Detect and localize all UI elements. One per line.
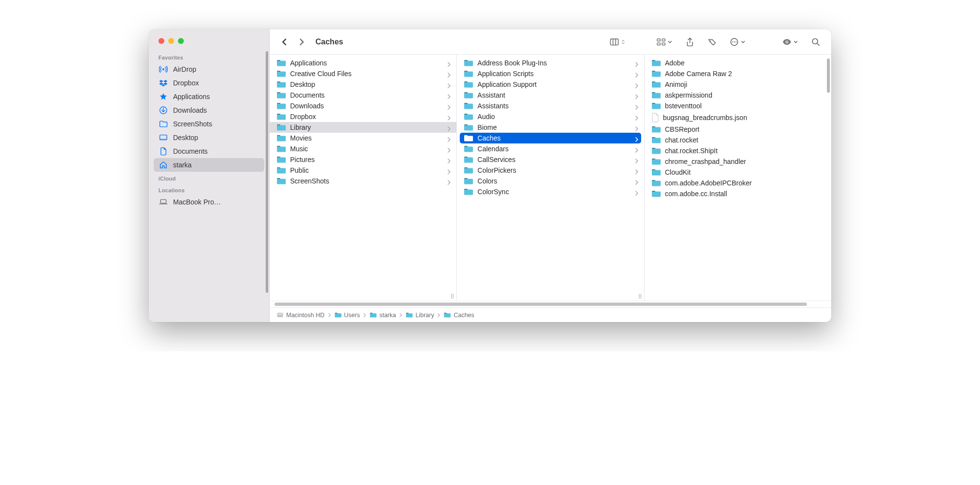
list-item[interactable]: bsteventtool [645, 101, 831, 111]
sidebar-item-macbook-pro-[interactable]: MacBook Pro… [154, 195, 264, 209]
list-item[interactable]: Assistant [457, 90, 644, 101]
sidebar-item-dropbox[interactable]: Dropbox [154, 76, 264, 90]
item-name: com.adobe.cc.Install [665, 190, 826, 198]
forward-button[interactable] [295, 35, 309, 49]
column-resize-handle[interactable] [449, 293, 456, 300]
share-button[interactable] [682, 35, 698, 49]
privacy-button[interactable] [780, 35, 801, 49]
list-item[interactable]: Audio [457, 111, 644, 122]
chevron-right-icon [447, 136, 451, 141]
path-segment[interactable]: Users [334, 312, 360, 319]
path-segment[interactable]: Macintosh HD [276, 312, 325, 319]
column-1[interactable]: Address Book Plug-InsApplication Scripts… [457, 55, 644, 301]
sidebar-item-label: Desktop [173, 134, 198, 141]
svg-rect-3 [160, 139, 167, 140]
list-item[interactable]: Application Support [457, 79, 644, 90]
list-item[interactable]: CallServices [457, 154, 644, 165]
list-item[interactable]: askpermissiond [645, 90, 831, 101]
column-2[interactable]: AdobeAdobe Camera Raw 2Animojiaskpermiss… [645, 55, 831, 301]
list-item[interactable]: Adobe [645, 58, 831, 68]
list-item[interactable]: Creative Cloud Files [270, 68, 456, 79]
chevron-right-icon [447, 125, 451, 130]
sidebar-item-label: Dropbox [173, 79, 199, 87]
chevron-right-icon [447, 157, 451, 162]
list-item[interactable]: Documents [270, 90, 456, 101]
list-item[interactable]: Caches [460, 133, 641, 143]
list-item[interactable]: Address Book Plug-Ins [457, 58, 644, 68]
sidebar-item-label: starka [173, 161, 192, 169]
path-segment[interactable]: Caches [444, 312, 474, 319]
group-by-button[interactable] [654, 35, 675, 49]
list-item[interactable]: ScreenShots [270, 176, 456, 186]
svg-rect-4 [160, 200, 166, 203]
chevron-right-icon [634, 189, 639, 194]
sidebar-item-airdrop[interactable]: AirDrop [154, 62, 264, 76]
sidebar-item-desktop[interactable]: Desktop [154, 131, 264, 144]
search-button[interactable] [808, 35, 823, 49]
sidebar-item-label: Applications [173, 93, 210, 101]
item-name: Address Book Plug-Ins [477, 59, 630, 67]
item-name: CallServices [477, 156, 630, 163]
horizontal-scrollbar-thumb[interactable] [274, 303, 807, 306]
svg-point-15 [734, 41, 735, 42]
list-item[interactable]: Applications [270, 58, 456, 68]
item-name: chat.rocket.ShipIt [665, 147, 826, 155]
path-separator-icon [328, 312, 332, 319]
list-item[interactable]: Assistants [457, 101, 644, 111]
list-item[interactable]: Pictures [270, 154, 456, 165]
item-name: Library [290, 123, 443, 131]
list-item[interactable]: bugsnag_breadcrumbs.json [645, 111, 831, 124]
tags-button[interactable] [705, 35, 720, 49]
item-name: CBSReport [665, 125, 826, 133]
column-resize-handle[interactable] [636, 293, 644, 300]
chevron-right-icon [634, 61, 639, 65]
view-columns-button[interactable] [607, 35, 628, 49]
action-menu-button[interactable] [727, 35, 748, 49]
list-item[interactable]: ColorPickers [457, 165, 644, 176]
list-item[interactable]: ColorSync [457, 186, 644, 197]
svg-line-20 [817, 43, 820, 45]
horizontal-scrollbar-track[interactable] [270, 301, 831, 307]
item-name: Downloads [290, 102, 443, 110]
sidebar-scrollbar[interactable] [266, 51, 268, 293]
list-item[interactable]: Desktop [270, 79, 456, 90]
close-window-button[interactable] [158, 38, 164, 44]
list-item[interactable]: Calendars [457, 143, 644, 154]
list-item[interactable]: CloudKit [645, 167, 831, 178]
list-item[interactable]: Colors [457, 176, 644, 186]
list-item[interactable]: CBSReport [645, 124, 831, 135]
sidebar-item-documents[interactable]: Documents [154, 144, 264, 158]
list-item[interactable]: chrome_crashpad_handler [645, 156, 831, 167]
item-name: Dropbox [290, 113, 443, 121]
window-controls [149, 29, 269, 51]
list-item[interactable]: com.adobe.AdobeIPCBroker [645, 178, 831, 188]
chevron-right-icon [447, 114, 451, 119]
list-item[interactable]: Music [270, 143, 456, 154]
list-item[interactable]: chat.rocket [645, 135, 831, 145]
column-0[interactable]: ApplicationsCreative Cloud FilesDesktopD… [270, 55, 457, 301]
path-segment[interactable]: Library [406, 312, 434, 319]
list-item[interactable]: Public [270, 165, 456, 176]
item-name: ColorSync [477, 188, 630, 196]
minimize-window-button[interactable] [168, 38, 174, 44]
list-item[interactable]: Downloads [270, 101, 456, 111]
list-item[interactable]: com.adobe.cc.Install [645, 188, 831, 199]
list-item[interactable]: Library [270, 122, 456, 133]
sidebar-item-starka[interactable]: starka [154, 158, 264, 172]
path-segment[interactable]: starka [370, 312, 396, 319]
svg-point-18 [786, 41, 787, 42]
list-item[interactable]: Biome [457, 122, 644, 133]
sidebar-item-downloads[interactable]: Downloads [154, 103, 264, 117]
column-scrollbar[interactable] [827, 59, 830, 93]
list-item[interactable]: Animoji [645, 79, 831, 90]
back-button[interactable] [277, 35, 291, 49]
list-item[interactable]: Dropbox [270, 111, 456, 122]
sidebar-item-screenshots[interactable]: ScreenShots [154, 117, 264, 131]
svg-point-16 [736, 41, 737, 42]
list-item[interactable]: Adobe Camera Raw 2 [645, 68, 831, 79]
list-item[interactable]: Application Scripts [457, 68, 644, 79]
zoom-window-button[interactable] [178, 38, 184, 44]
list-item[interactable]: chat.rocket.ShipIt [645, 145, 831, 156]
sidebar-item-applications[interactable]: Applications [154, 90, 264, 103]
list-item[interactable]: Movies [270, 133, 456, 143]
